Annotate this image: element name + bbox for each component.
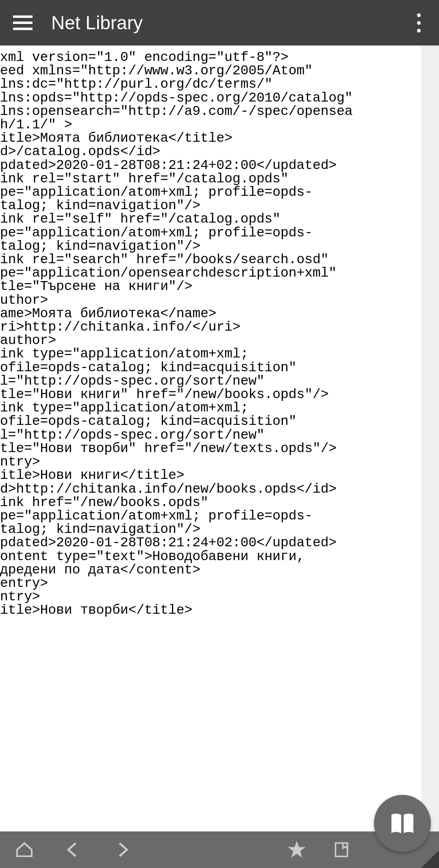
home-icon[interactable] bbox=[0, 831, 49, 868]
read-book-fab[interactable] bbox=[374, 795, 431, 852]
star-icon[interactable] bbox=[272, 831, 321, 868]
content-area[interactable]: xml version="1.0" encoding="utf-8"?> eed… bbox=[0, 45, 421, 831]
bookmark-icon[interactable] bbox=[321, 831, 362, 868]
forward-arrow-icon[interactable] bbox=[98, 831, 146, 868]
vertical-scrollbar[interactable] bbox=[421, 45, 439, 831]
xml-source-text: xml version="1.0" encoding="utf-8"?> eed… bbox=[0, 45, 421, 617]
back-arrow-icon[interactable] bbox=[49, 831, 98, 868]
page-title: Net Library bbox=[51, 12, 143, 34]
app-header: Net Library bbox=[0, 0, 439, 45]
hamburger-menu-icon[interactable] bbox=[13, 12, 35, 34]
more-options-icon[interactable] bbox=[411, 12, 427, 33]
resize-corner-icon[interactable] bbox=[421, 850, 439, 868]
bottom-toolbar bbox=[0, 831, 439, 868]
svg-rect-0 bbox=[335, 843, 347, 857]
